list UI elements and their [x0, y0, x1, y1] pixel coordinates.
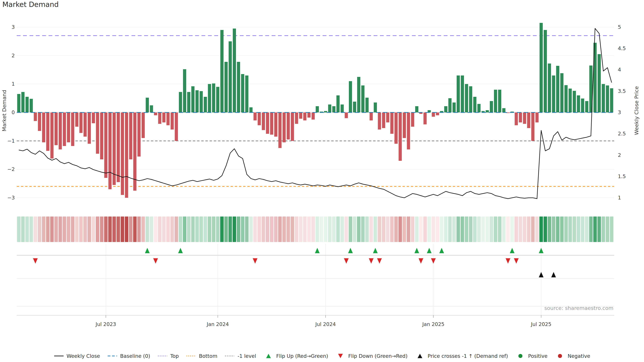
- demand-bar: [295, 112, 298, 124]
- heatmap-cell: [274, 217, 278, 242]
- heatmap-cell: [361, 217, 364, 242]
- flip-up-triangle-icon: [178, 248, 183, 253]
- heatmap-cell: [394, 217, 398, 242]
- demand-bar: [166, 112, 170, 125]
- heatmap-cell: [200, 217, 203, 242]
- heatmap-cell: [316, 217, 319, 242]
- demand-bar: [266, 112, 269, 134]
- demand-bar: [54, 112, 58, 145]
- heatmap-cell: [577, 217, 580, 242]
- heatmap-cell: [432, 217, 435, 242]
- demand-bar: [104, 112, 108, 178]
- flip-down-triangle-icon: [344, 258, 349, 264]
- demand-bar: [598, 54, 601, 112]
- demand-bar: [228, 41, 232, 112]
- heatmap-cell: [38, 217, 41, 242]
- demand-bar: [150, 105, 153, 112]
- heatmap-cell: [560, 217, 564, 242]
- heatmap-cell: [473, 217, 477, 242]
- demand-bar: [137, 112, 140, 157]
- heatmap-cell: [67, 217, 70, 242]
- heatmap-cell: [303, 217, 306, 242]
- right-tick-label: 1: [618, 195, 621, 201]
- heatmap-cell: [266, 217, 269, 242]
- legend-line-swatch-icon: [54, 353, 64, 359]
- heatmap-cell: [125, 217, 128, 242]
- demand-bar: [183, 69, 186, 112]
- demand-bar: [291, 112, 294, 141]
- heatmap-cell: [270, 217, 273, 242]
- demand-bar: [332, 106, 336, 112]
- legend-label: Flip Down (Green→Red): [348, 353, 407, 359]
- demand-bar: [527, 112, 530, 128]
- market-demand-dashboard: 3210−1−2−3 54.543.532.521.51 Jul 2023Jan…: [0, 0, 644, 362]
- heatmap-cell: [212, 217, 215, 242]
- heatmap-cell: [415, 217, 418, 242]
- demand-bar: [26, 97, 29, 112]
- heatmap-cell: [224, 217, 228, 242]
- heatmap-cell: [593, 217, 597, 242]
- heatmap-cell: [465, 217, 468, 242]
- demand-bar: [158, 112, 161, 124]
- demand-bar: [606, 85, 609, 112]
- heatmap-cell: [448, 217, 452, 242]
- demand-bar: [63, 112, 66, 146]
- demand-bar: [312, 112, 315, 119]
- demand-bar: [191, 86, 194, 112]
- demand-bar: [581, 98, 584, 112]
- legend-marker-icon: [338, 354, 343, 358]
- demand-bar: [432, 112, 435, 117]
- legend-label: Baseline (0): [120, 353, 150, 359]
- heatmap-cell: [498, 217, 502, 242]
- heatmap-cell: [535, 217, 539, 242]
- legend-marker-icon: [266, 354, 271, 358]
- heatmap-cell: [75, 217, 79, 242]
- demand-bar: [71, 112, 74, 146]
- heatmap-cell: [494, 217, 497, 242]
- heatmap-cell: [79, 217, 83, 242]
- demand-bar: [357, 77, 360, 112]
- legend-dotted-swatch-icon: [158, 353, 168, 359]
- demand-bar: [515, 112, 518, 125]
- heatmap-cell: [585, 217, 588, 242]
- heatmap-cell: [419, 217, 422, 242]
- flip-down-triangle-icon: [506, 258, 510, 264]
- heatmap-cell: [398, 217, 402, 242]
- legend-dotted-swatch-icon: [225, 353, 235, 359]
- demand-bar: [424, 112, 427, 124]
- demand-bars-layer: [17, 23, 613, 198]
- left-tick-label: 3: [12, 24, 15, 30]
- legend-tri-up-swatch-icon: [264, 353, 274, 359]
- heatmap-cell: [490, 217, 493, 242]
- demand-bar: [245, 75, 248, 112]
- x-tick-label: Jan 2024: [206, 321, 229, 327]
- heatmap-cell: [606, 217, 609, 242]
- demand-bar: [250, 107, 252, 112]
- demand-bar: [241, 74, 244, 112]
- demand-bar: [540, 23, 543, 112]
- heatmap-cell: [17, 217, 21, 242]
- heatmap-cell: [237, 217, 240, 242]
- heatmap-cell: [336, 217, 340, 242]
- heatmap-cell: [121, 217, 124, 242]
- demand-bar: [46, 112, 50, 151]
- demand-bar: [378, 112, 381, 130]
- demand-bar: [308, 112, 310, 118]
- heatmap-cell: [154, 217, 157, 242]
- heatmap-cell: [349, 217, 352, 242]
- demand-bar: [556, 66, 559, 112]
- heatmap-cell: [183, 217, 186, 242]
- demand-bar: [610, 88, 613, 112]
- right-tick-label: 2.5: [618, 131, 626, 137]
- demand-bar: [30, 99, 33, 112]
- weekly-close-line: [19, 28, 612, 199]
- demand-bar: [548, 63, 551, 112]
- heatmap-cell: [610, 217, 613, 242]
- x-tick-label: Jul 2024: [315, 321, 336, 327]
- demand-bar: [328, 104, 332, 112]
- demand-bar: [523, 112, 526, 124]
- demand-bar: [394, 112, 398, 144]
- heatmap-cell: [344, 217, 348, 242]
- demand-bar: [282, 112, 286, 142]
- demand-bar: [349, 81, 352, 112]
